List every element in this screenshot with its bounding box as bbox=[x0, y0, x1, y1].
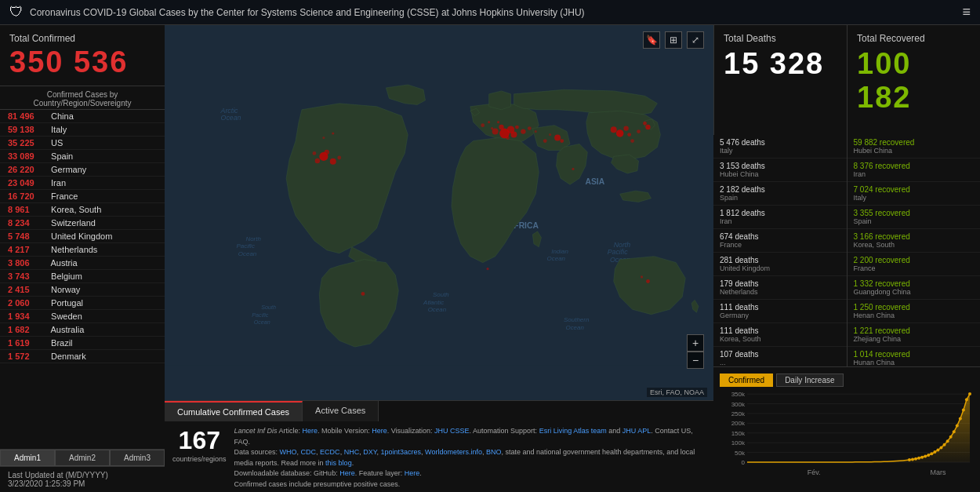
last-updated-value: 3/23/2020 1:25:39 PM bbox=[8, 479, 157, 488]
country-list-item[interactable]: 35 225 US bbox=[0, 137, 165, 150]
svg-text:Pacific: Pacific bbox=[252, 312, 268, 319]
svg-text:Southern: Southern bbox=[564, 316, 590, 323]
country-list-item[interactable]: 8 961 Korea, South bbox=[0, 203, 165, 217]
country-list-item[interactable]: 1 572 Denmark bbox=[0, 350, 165, 363]
recovered-list-item: 59 882 recoveredHubei China bbox=[848, 135, 981, 159]
recovered-value: 100 182 bbox=[857, 47, 971, 115]
svg-point-35 bbox=[499, 125, 503, 129]
recovered-label: Total Recovered bbox=[857, 33, 971, 44]
map-tab-1[interactable]: Active Cases bbox=[303, 401, 379, 421]
country-list-item[interactable]: 2 060 Portugal bbox=[0, 297, 165, 310]
svg-point-41 bbox=[611, 126, 617, 133]
country-list-item[interactable]: 1 682 Australia bbox=[0, 323, 165, 337]
map-zoom-controls: + − bbox=[687, 334, 704, 369]
header-left: 🛡 Coronavirus COVID-19 Global Cases by t… bbox=[9, 4, 585, 20]
svg-text:Atlantic: Atlantic bbox=[423, 299, 444, 306]
svg-text:Ocean: Ocean bbox=[547, 255, 566, 262]
map-tab-0[interactable]: Cumulative Confirmed Cases bbox=[165, 401, 303, 421]
countries-label: countries/regions bbox=[172, 455, 227, 463]
recovered-list: 59 882 recoveredHubei China8 376 recover… bbox=[848, 135, 981, 366]
main-container: Total Confirmed 350 536 Confirmed Cases … bbox=[0, 25, 980, 492]
chart-tab-confirmed[interactable]: Confirmed bbox=[720, 374, 773, 387]
country-list-item[interactable]: 1 934 Sweden bbox=[0, 310, 165, 323]
svg-point-39 bbox=[506, 136, 510, 140]
header: 🛡 Coronavirus COVID-19 Global Cases by t… bbox=[0, 0, 980, 25]
confirmed-cases-chart bbox=[720, 390, 974, 476]
stats-columns: 5 476 deathsItaly3 153 deathsHubei China… bbox=[713, 135, 980, 366]
svg-point-59 bbox=[486, 268, 488, 270]
shield-icon: 🛡 bbox=[9, 4, 24, 20]
country-list-item[interactable]: 33 089 Spain bbox=[0, 150, 165, 163]
deaths-list-item: 674 deathsFrance bbox=[713, 229, 847, 253]
svg-point-52 bbox=[315, 159, 320, 163]
country-list-item[interactable]: 4 217 Netherlands bbox=[0, 243, 165, 257]
country-list-item[interactable]: 1 619 Brazil bbox=[0, 337, 165, 350]
countries-count-box: 167 countries/regions bbox=[172, 426, 227, 487]
deaths-list-item: 179 deathsNetherlands bbox=[713, 276, 847, 300]
svg-point-63 bbox=[491, 127, 493, 129]
svg-point-56 bbox=[646, 279, 650, 283]
mobile-link[interactable]: Here bbox=[372, 427, 387, 435]
country-list-item[interactable]: 59 138 Italy bbox=[0, 123, 165, 137]
zoom-out-button[interactable]: − bbox=[687, 352, 704, 369]
last-updated: Last Updated at (M/D/YYYY) 3/23/2020 1:2… bbox=[0, 466, 165, 492]
svg-point-49 bbox=[560, 139, 564, 143]
recovered-list-item: 7 024 recoveredItaly bbox=[848, 182, 981, 206]
deaths-box: Total Deaths 15 328 bbox=[713, 25, 848, 135]
svg-point-58 bbox=[361, 292, 365, 296]
svg-point-61 bbox=[481, 123, 485, 127]
country-list-item[interactable]: 3 743 Belgium bbox=[0, 270, 165, 283]
svg-text:South: South bbox=[261, 304, 276, 311]
svg-point-48 bbox=[554, 135, 561, 141]
csse-link[interactable]: JHU CSSE bbox=[434, 427, 470, 435]
map-area: Arctic Ocean Arctic Ocean North Pacific … bbox=[165, 25, 713, 492]
article-link[interactable]: Here bbox=[303, 427, 318, 435]
svg-text:North: North bbox=[245, 235, 261, 242]
recovered-list-item: 1 014 recoveredHunan China bbox=[848, 347, 981, 366]
deaths-list-item: 107 deaths... bbox=[713, 347, 847, 366]
expand-button[interactable]: ⤢ bbox=[687, 31, 704, 49]
svg-point-42 bbox=[623, 126, 628, 130]
bookmark-button[interactable]: 🔖 bbox=[643, 31, 660, 49]
country-list-item[interactable]: 3 806 Austria bbox=[0, 257, 165, 270]
svg-text:Arctic: Arctic bbox=[220, 107, 239, 115]
header-title: Coronavirus COVID-19 Global Cases by the… bbox=[30, 7, 585, 18]
map-controls: 🔖 ⊞ ⤢ bbox=[643, 31, 704, 49]
svg-text:Pacific: Pacific bbox=[608, 248, 628, 256]
map-attribution: Esri, FAO, NOAA bbox=[647, 388, 707, 397]
svg-point-70 bbox=[549, 133, 551, 136]
deaths-list-item: 2 182 deathsSpain bbox=[713, 182, 847, 206]
map-container[interactable]: Arctic Ocean Arctic Ocean North Pacific … bbox=[165, 25, 713, 400]
total-confirmed-label: Total Confirmed bbox=[9, 33, 155, 44]
svg-point-66 bbox=[535, 130, 537, 133]
svg-point-47 bbox=[643, 122, 647, 126]
country-list-item[interactable]: 2 415 Norway bbox=[0, 283, 165, 297]
country-list-item[interactable]: 23 049 Iran bbox=[0, 177, 165, 190]
country-list-item[interactable]: 8 234 Switzerland bbox=[0, 217, 165, 230]
admin-tab-admin2[interactable]: Admin2 bbox=[55, 450, 110, 466]
total-confirmed-box: Total Confirmed 350 536 bbox=[0, 25, 165, 86]
grid-button[interactable]: ⊞ bbox=[665, 31, 682, 49]
country-list-item[interactable]: 81 496 China bbox=[0, 110, 165, 123]
country-list-item[interactable]: 16 720 France bbox=[0, 190, 165, 203]
menu-icon[interactable]: ≡ bbox=[962, 4, 971, 20]
left-panel: Total Confirmed 350 536 Confirmed Cases … bbox=[0, 25, 165, 492]
country-list: 81 496 China59 138 Italy35 225 US33 089 … bbox=[0, 110, 165, 449]
svg-point-64 bbox=[497, 121, 499, 123]
svg-point-60 bbox=[572, 168, 574, 170]
country-list-item[interactable]: 5 748 United Kingdom bbox=[0, 230, 165, 243]
esri-link[interactable]: Esri Living Atlas team bbox=[539, 427, 607, 435]
jhu-link[interactable]: JHU APL bbox=[622, 427, 652, 435]
last-updated-label: Last Updated at (M/D/YYYY) bbox=[8, 471, 157, 479]
deaths-list: 5 476 deathsItaly3 153 deathsHubei China… bbox=[713, 135, 848, 366]
chart-tab-daily-increase[interactable]: Daily Increase bbox=[776, 374, 843, 387]
admin-tab-admin3[interactable]: Admin3 bbox=[110, 450, 165, 466]
recovered-list-item: 3 355 recoveredSpain bbox=[848, 206, 981, 229]
deaths-value: 15 328 bbox=[724, 47, 837, 81]
zoom-in-button[interactable]: + bbox=[687, 334, 704, 352]
country-list-item[interactable]: 26 220 Germany bbox=[0, 163, 165, 177]
admin-tab-admin1[interactable]: Admin1 bbox=[0, 450, 55, 466]
svg-point-44 bbox=[630, 139, 634, 143]
countries-count: 167 bbox=[179, 426, 220, 455]
svg-point-54 bbox=[337, 156, 341, 160]
